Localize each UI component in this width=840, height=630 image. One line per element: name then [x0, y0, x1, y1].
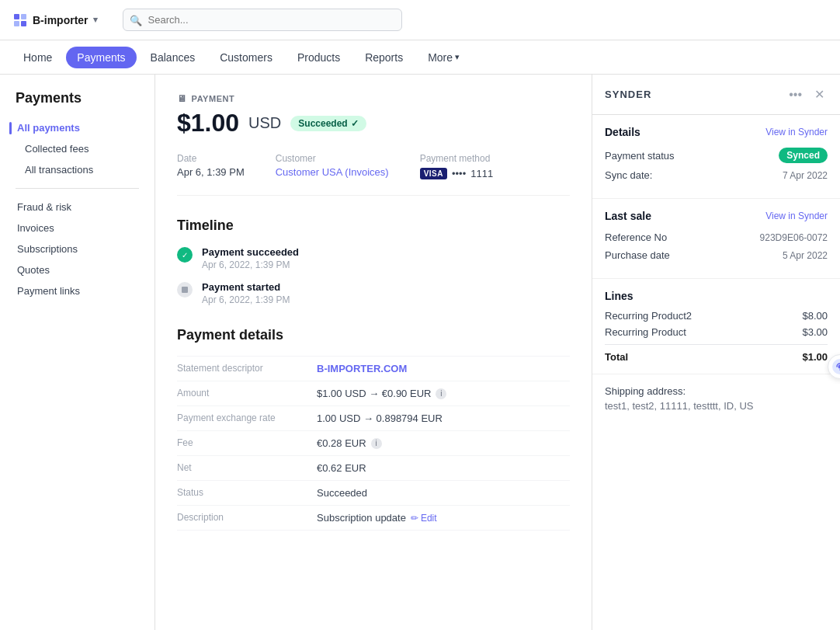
net-value: €0.62 EUR	[317, 462, 570, 474]
sidebar-item-all-transactions[interactable]: All transactions	[9, 159, 145, 180]
info-icon-amount[interactable]: i	[436, 388, 446, 399]
customer-link[interactable]: Customer USA (Invoices)	[276, 166, 389, 178]
sidebar-item-fraud-risk[interactable]: Fraud & risk	[9, 197, 145, 218]
details-row-fee: Fee €0.28 EUR i	[177, 431, 570, 456]
panel-reference-row: Reference No 923D9E06-0072	[605, 231, 828, 243]
details-row-descriptor: Statement descriptor B-IMPORTER.COM	[177, 356, 570, 381]
sidebar-item-quotes[interactable]: Quotes	[9, 259, 145, 280]
info-icon-fee[interactable]: i	[371, 438, 382, 449]
app-title: B-importer	[33, 14, 89, 26]
sidebar-item-subscriptions[interactable]: Subscriptions	[9, 238, 145, 259]
app-chevron: ▾	[93, 15, 98, 25]
synder-fab-icon	[831, 358, 840, 375]
clock-icon	[181, 286, 189, 294]
panel-last-sale-header: Last sale View in Synder	[605, 210, 828, 222]
panel-payment-status-row: Payment status Synced	[605, 148, 828, 163]
lines-total-row: Total $1.00	[605, 344, 828, 363]
main-layout: Payments All payments Collected fees All…	[0, 75, 840, 630]
svg-rect-1	[21, 14, 26, 19]
last-sale-title: Last sale	[605, 210, 651, 222]
shipping-value: test1, test2, 11111, testttt, ID, US	[605, 400, 828, 412]
amount-value: $1.00 USD → €0.90 EUR i	[317, 388, 570, 399]
edit-description-button[interactable]: ✏ Edit	[411, 513, 437, 524]
timeline-event-1: Payment started Apr 6, 2022, 1:39 PM	[202, 281, 290, 305]
chevron-down-icon: ▾	[455, 52, 460, 62]
payment-amount: $1.00	[177, 109, 239, 137]
view-in-synder-details[interactable]: View in Synder	[765, 127, 828, 137]
app-logo[interactable]: B-importer ▾	[12, 12, 98, 28]
search-input[interactable]	[123, 9, 402, 31]
payment-details-title: Payment details	[177, 327, 570, 343]
payment-amount-row: $1.00 USD Succeeded ✓	[177, 109, 570, 137]
timeline-event-0: Payment succeeded Apr 6, 2022, 1:39 PM	[202, 246, 299, 270]
nav-item-home[interactable]: Home	[12, 47, 63, 68]
synced-badge: Synced	[779, 148, 828, 163]
sidebar-item-payment-links[interactable]: Payment links	[9, 280, 145, 301]
details-row-description: Description Subscription update ✏ Edit	[177, 506, 570, 531]
timeline-section: Timeline ✓ Payment succeeded Apr 6, 2022…	[177, 218, 570, 305]
topbar: B-importer ▾ 🔍	[0, 0, 840, 40]
payment-icon: 🖥	[177, 93, 187, 104]
details-row-amount: Amount $1.00 USD → €0.90 EUR i	[177, 381, 570, 406]
right-panel: SYNDER ••• ✕ Details View in Synder Paym…	[592, 75, 840, 630]
panel-close-button[interactable]: ✕	[811, 85, 828, 103]
description-value: Subscription update ✏ Edit	[317, 512, 570, 524]
panel-last-sale-section: Last sale View in Synder Reference No 92…	[592, 199, 840, 279]
panel-sync-date-row: Sync date: 7 Apr 2022	[605, 169, 828, 181]
panel-details-section: Details View in Synder Payment status Sy…	[592, 115, 840, 199]
svg-rect-2	[14, 21, 19, 26]
nav-item-reports[interactable]: Reports	[354, 47, 414, 68]
visa-icon: VISA	[420, 168, 447, 179]
search-icon: 🔍	[130, 14, 142, 26]
panel-more-button[interactable]: •••	[786, 86, 805, 103]
exchange-value: 1.00 USD → 0.898794 EUR	[317, 412, 570, 424]
sidebar-item-collected-fees[interactable]: Collected fees	[9, 138, 145, 159]
status-value: Succeeded	[317, 487, 570, 499]
timeline-item-0: ✓ Payment succeeded Apr 6, 2022, 1:39 PM	[177, 246, 570, 270]
payment-method-value: VISA •••• 1111	[420, 168, 493, 179]
shipping-label: Shipping address:	[605, 385, 828, 397]
check-icon: ✓	[351, 118, 359, 129]
nav-item-balances[interactable]: Balances	[140, 47, 207, 68]
sidebar-divider-1	[16, 188, 139, 189]
details-row-status: Status Succeeded	[177, 481, 570, 506]
svg-rect-4	[182, 287, 188, 293]
view-in-synder-sale[interactable]: View in Synder	[765, 211, 828, 221]
nav-item-payments[interactable]: Payments	[66, 47, 136, 68]
search-bar: 🔍	[123, 9, 402, 31]
nav-item-more[interactable]: More ▾	[417, 47, 470, 68]
payment-meta: Date Apr 6, 1:39 PM Customer Customer US…	[177, 153, 570, 196]
payment-type-label: 🖥 PAYMENT	[177, 93, 570, 104]
details-section-title: Details	[605, 126, 640, 138]
payment-currency: USD	[248, 114, 281, 132]
panel-details-header: Details View in Synder	[605, 126, 828, 138]
pencil-icon: ✏	[411, 513, 418, 524]
nav-item-customers[interactable]: Customers	[209, 47, 283, 68]
timeline-item-1: Payment started Apr 6, 2022, 1:39 PM	[177, 281, 570, 305]
payment-details-table: Statement descriptor B-IMPORTER.COM Amou…	[177, 356, 570, 531]
sidebar-item-invoices[interactable]: Invoices	[9, 218, 145, 238]
panel-title: SYNDER	[605, 89, 651, 100]
panel-header: SYNDER ••• ✕	[592, 75, 840, 115]
svg-rect-0	[14, 14, 19, 19]
sidebar-item-all-payments[interactable]: All payments	[9, 117, 145, 138]
payment-content: 🖥 PAYMENT $1.00 USD Succeeded ✓ Date Apr…	[155, 75, 592, 630]
panel-actions: ••• ✕	[786, 85, 828, 103]
descriptor-value[interactable]: B-IMPORTER.COM	[317, 363, 570, 374]
payment-details-section: Payment details Statement descriptor B-I…	[177, 327, 570, 531]
timeline-dot-neutral	[177, 282, 193, 298]
details-row-exchange: Payment exchange rate 1.00 USD → 0.89879…	[177, 406, 570, 431]
fee-value: €0.28 EUR i	[317, 437, 570, 449]
panel-lines-section: Lines Recurring Product2 $8.00 Recurring…	[592, 279, 840, 374]
line-item-1: Recurring Product $3.00	[605, 326, 828, 338]
nav-item-products[interactable]: Products	[286, 47, 351, 68]
nav: Home Payments Balances Customers Product…	[0, 40, 840, 75]
svg-rect-3	[21, 21, 26, 26]
payment-meta-customer: Customer Customer USA (Invoices)	[276, 153, 389, 179]
payment-status-badge: Succeeded ✓	[290, 116, 366, 131]
panel-purchase-date-row: Purchase date 5 Apr 2022	[605, 249, 828, 261]
payment-meta-method: Payment method VISA •••• 1111	[420, 153, 493, 179]
timeline-title: Timeline	[177, 218, 570, 234]
panel-shipping-section: Shipping address: test1, test2, 11111, t…	[592, 374, 840, 423]
timeline-dot-success: ✓	[177, 247, 193, 263]
